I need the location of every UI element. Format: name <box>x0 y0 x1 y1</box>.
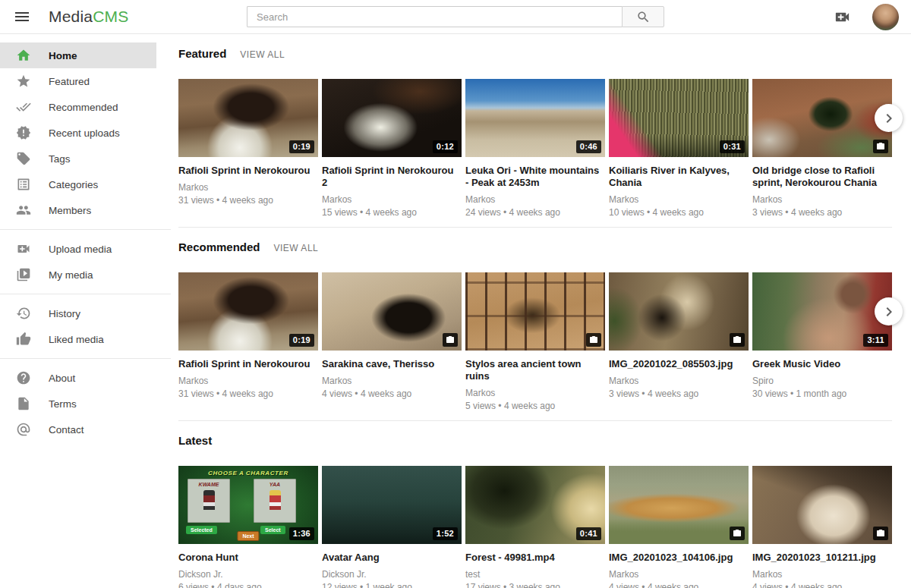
media-author[interactable]: Spiro <box>752 376 892 386</box>
user-avatar[interactable] <box>872 4 899 30</box>
section-title: Featured <box>178 47 226 60</box>
camera-icon <box>730 333 745 347</box>
sidebar-item-about[interactable]: About <box>0 365 156 391</box>
media-card[interactable]: 0:41Forest - 49981.mp4test17 views • 3 w… <box>465 466 605 588</box>
menu-icon[interactable] <box>12 7 32 27</box>
sidebar-divider <box>0 294 171 294</box>
media-thumbnail[interactable]: 3:11 <box>752 272 892 351</box>
search-input[interactable] <box>247 6 622 27</box>
media-author[interactable]: Markos <box>609 376 749 386</box>
media-author[interactable]: Markos <box>465 388 605 398</box>
media-thumbnail[interactable]: 0:19 <box>178 79 318 157</box>
media-author[interactable]: Markos <box>609 194 749 205</box>
app-logo[interactable]: MediaCMS <box>49 8 128 26</box>
sidebar-item-history[interactable]: History <box>0 300 156 326</box>
header-actions <box>834 4 899 30</box>
media-card[interactable]: IMG_20201023_104106.jpgMarkos4 views • 4… <box>609 466 749 588</box>
media-author[interactable]: Markos <box>752 569 892 580</box>
media-author[interactable]: Markos <box>609 569 749 580</box>
media-meta: 6 views • 4 days ago <box>178 582 318 588</box>
media-author[interactable]: Markos <box>465 194 605 205</box>
media-card[interactable]: IMG_20201023_101211.jpgMarkos4 views • 4… <box>752 466 892 588</box>
sidebar-item-categories[interactable]: Categories <box>0 171 156 197</box>
media-title[interactable]: Forest - 49981.mp4 <box>465 552 605 564</box>
media-title[interactable]: Greek Music Video <box>752 358 892 370</box>
view-all-link[interactable]: VIEW ALL <box>240 49 285 60</box>
media-author[interactable]: Markos <box>752 194 892 205</box>
help-icon <box>15 369 32 386</box>
media-thumbnail[interactable]: 0:19 <box>178 272 318 351</box>
upload-media-icon[interactable] <box>834 8 851 26</box>
sidebar-item-upload-media[interactable]: Upload media <box>0 236 156 262</box>
media-card[interactable]: 0:31Koiliaris River in Kalyves, ChaniaMa… <box>609 79 749 218</box>
media-card[interactable]: 0:19Rafioli Sprint in NerokourouMarkos31… <box>178 79 318 218</box>
media-card[interactable]: CHOOSE A CHARACTERKWAMEYAASelectedNextSe… <box>178 466 318 588</box>
media-author[interactable]: Markos <box>322 194 462 205</box>
media-title[interactable]: Avatar Aang <box>322 552 462 564</box>
sidebar-item-label: Members <box>49 205 91 216</box>
media-card[interactable]: 0:19Rafioli Sprint in NerokourouMarkos31… <box>178 272 318 411</box>
media-thumbnail[interactable]: CHOOSE A CHARACTERKWAMEYAASelectedNextSe… <box>178 466 318 544</box>
media-author[interactable]: Markos <box>322 376 462 386</box>
media-title[interactable]: Rafioli Sprint in Nerokourou 2 <box>322 165 462 189</box>
media-thumbnail[interactable] <box>752 466 892 544</box>
sidebar-item-terms[interactable]: Terms <box>0 391 156 417</box>
sidebar-item-label: My media <box>49 269 93 281</box>
media-author[interactable]: Markos <box>178 376 318 386</box>
media-card[interactable]: 1:52Avatar AangDickson Jr.12 views • 1 w… <box>322 466 462 588</box>
media-card[interactable]: 0:46Leuka Ori - White mountains - Peak a… <box>465 79 605 218</box>
media-title[interactable]: Sarakina cave, Therisso <box>322 358 462 370</box>
new-releases-icon <box>15 124 32 141</box>
sidebar-item-my-media[interactable]: My media <box>0 262 156 288</box>
media-card[interactable]: IMG_20201022_085503.jpgMarkos3 views • 4… <box>609 272 749 411</box>
next-arrow-button[interactable] <box>875 104 903 132</box>
media-title[interactable]: IMG_20201023_104106.jpg <box>609 552 749 564</box>
media-card[interactable]: Old bridge close to Rafioli sprint, Nero… <box>752 79 892 218</box>
sidebar-item-contact[interactable]: Contact <box>0 417 156 442</box>
sidebar-item-label: About <box>49 373 75 384</box>
media-meta: 15 views • 4 weeks ago <box>322 207 462 218</box>
media-meta: 31 views • 4 weeks ago <box>178 195 318 206</box>
media-thumbnail[interactable]: 0:46 <box>465 79 605 157</box>
sidebar-item-home[interactable]: Home <box>0 42 156 68</box>
media-author[interactable]: Dickson Jr. <box>178 569 318 580</box>
media-meta: 17 views • 3 weeks ago <box>465 582 605 588</box>
sidebar-item-liked-media[interactable]: Liked media <box>0 326 156 352</box>
media-thumbnail[interactable]: 0:31 <box>609 79 749 157</box>
media-title[interactable]: IMG_20201023_101211.jpg <box>752 552 892 564</box>
media-card[interactable]: 0:12Rafioli Sprint in Nerokourou 2Markos… <box>322 79 462 218</box>
sidebar-item-recent-uploads[interactable]: Recent uploads <box>0 120 156 146</box>
character-name: YAA <box>254 482 295 487</box>
media-thumbnail[interactable] <box>322 272 462 351</box>
search-button[interactable] <box>622 6 664 27</box>
media-thumbnail[interactable]: 1:52 <box>322 466 462 544</box>
view-all-link[interactable]: VIEW ALL <box>274 243 319 253</box>
media-author[interactable]: Dickson Jr. <box>322 569 462 580</box>
sidebar-item-featured[interactable]: Featured <box>0 68 156 94</box>
sidebar-item-members[interactable]: Members <box>0 197 156 223</box>
media-thumbnail[interactable] <box>752 79 892 157</box>
media-title[interactable]: Stylos area ancient town ruins <box>465 358 605 382</box>
media-title[interactable]: Leuka Ori - White mountains - Peak at 24… <box>465 165 605 189</box>
media-title[interactable]: Old bridge close to Rafioli sprint, Nero… <box>752 165 892 189</box>
media-card[interactable]: Stylos area ancient town ruinsMarkos5 vi… <box>465 272 605 411</box>
media-thumbnail[interactable]: 0:12 <box>322 79 462 157</box>
sidebar-item-tags[interactable]: Tags <box>0 146 156 171</box>
media-thumbnail[interactable] <box>609 466 749 544</box>
media-thumbnail[interactable] <box>465 272 605 351</box>
media-title[interactable]: IMG_20201022_085503.jpg <box>609 358 749 370</box>
media-title[interactable]: Rafioli Sprint in Nerokourou <box>178 358 318 370</box>
media-card[interactable]: 3:11Greek Music VideoSpiro30 views • 1 m… <box>752 272 892 411</box>
next-arrow-button[interactable] <box>875 297 903 325</box>
media-title[interactable]: Corona Hunt <box>178 552 318 564</box>
media-card[interactable]: Sarakina cave, TherissoMarkos4 views • 4… <box>322 272 462 411</box>
media-title[interactable]: Koiliaris River in Kalyves, Chania <box>609 165 749 189</box>
media-thumbnail[interactable] <box>609 272 749 351</box>
media-author[interactable]: Markos <box>178 182 318 193</box>
media-title[interactable]: Rafioli Sprint in Nerokourou <box>178 165 318 177</box>
duration-badge: 3:11 <box>863 334 888 347</box>
media-author[interactable]: test <box>465 569 605 580</box>
top-header: MediaCMS <box>0 0 911 34</box>
sidebar-item-recommended[interactable]: Recommended <box>0 94 156 120</box>
media-thumbnail[interactable]: 0:41 <box>465 466 605 544</box>
